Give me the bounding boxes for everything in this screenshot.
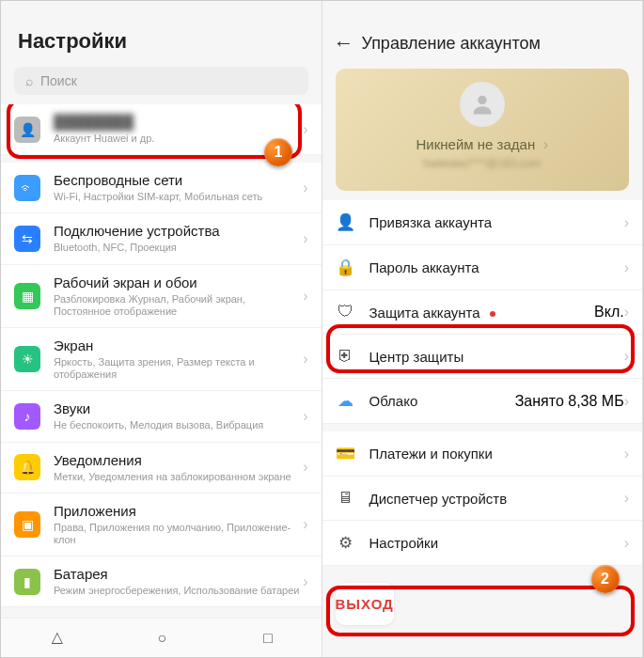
- chevron-right-icon: ›: [303, 351, 307, 368]
- row-title: Пароль аккаунта: [369, 259, 624, 275]
- row-account[interactable]: 👤 ████████ Аккаунт Huawei и др. ›: [1, 104, 322, 155]
- display-icon: ☀: [14, 346, 40, 372]
- chevron-right-icon: ›: [303, 573, 307, 590]
- chevron-right-icon: ›: [624, 490, 629, 507]
- battery-icon: ▮: [14, 569, 40, 595]
- nav-back-icon[interactable]: ▷: [46, 633, 64, 644]
- cloud-icon: ☁: [336, 391, 356, 411]
- chevron-right-icon: ›: [303, 288, 307, 305]
- row-title: Диспетчер устройств: [369, 491, 624, 507]
- account-sub: Аккаунт Huawei и др.: [54, 133, 303, 145]
- row-sounds[interactable]: ♪ Звуки Не беспокоить, Мелодия вызова, В…: [1, 391, 322, 442]
- account-email: hwtesteu****@163.com: [349, 157, 617, 170]
- row-title: Экран: [54, 337, 303, 354]
- row-sub: Метки, Уведомления на заблокированном эк…: [54, 471, 303, 483]
- search-input[interactable]: ⌕ Поиск: [14, 67, 308, 95]
- svg-point-0: [478, 96, 486, 104]
- red-dot-badge: [490, 311, 495, 317]
- row-device-connect[interactable]: ⇆ Подключение устройства Bluetooth, NFC,…: [1, 213, 322, 264]
- chevron-right-icon: ›: [303, 230, 307, 247]
- row-sub: Права, Приложения по умолчанию, Приложен…: [54, 522, 303, 546]
- android-navbar: ▷ ○ □: [1, 618, 322, 657]
- row-device-manager[interactable]: 🖥 Диспетчер устройств ›: [322, 477, 643, 521]
- row-password[interactable]: 🔒 Пароль аккаунта ›: [322, 245, 643, 290]
- row-title: Облако: [369, 393, 515, 409]
- row-title: Центр защиты: [369, 349, 624, 365]
- settings-list: 👤 ████████ Аккаунт Huawei и др. › ᯤ Бесп…: [1, 104, 322, 618]
- chevron-right-icon: ›: [624, 214, 629, 231]
- nickname: Никнейм не задан ›: [349, 136, 617, 153]
- chevron-right-icon: ›: [303, 408, 307, 425]
- row-title: Привязка аккаунта: [369, 214, 624, 230]
- row-title-text: Защита аккаунта: [369, 305, 480, 321]
- row-account-protect[interactable]: 🛡 Защита аккаунта Вкл. ›: [322, 290, 643, 335]
- page-title: Настройки: [1, 20, 322, 61]
- row-apps[interactable]: ▣ Приложения Права, Приложения по умолча…: [1, 494, 322, 556]
- account-name: ████████: [54, 114, 303, 131]
- row-security-center[interactable]: ⛨ Центр защиты ›: [322, 335, 643, 379]
- wifi-icon: ᯤ: [14, 175, 40, 201]
- row-payments[interactable]: 💳 Платежи и покупки ›: [322, 431, 643, 477]
- avatar-icon: 👤: [14, 117, 40, 143]
- row-title: Приложения: [54, 503, 303, 520]
- row-title: Батарея: [54, 566, 303, 583]
- sound-icon: ♪: [14, 403, 40, 430]
- row-sub: Bluetooth, NFC, Проекция: [54, 242, 303, 254]
- chevron-right-icon: ›: [624, 446, 629, 462]
- wallpaper-icon: ▦: [14, 283, 40, 309]
- row-value: Вкл.: [594, 304, 624, 321]
- logout-button[interactable]: ВЫХОД: [336, 583, 394, 625]
- row-title: Уведомления: [54, 452, 303, 469]
- chevron-right-icon: ›: [624, 304, 629, 321]
- avatar: [460, 82, 505, 127]
- row-title: Рабочий экран и обои: [54, 274, 303, 291]
- row-title: Настройки: [369, 535, 624, 551]
- header: ← Управление аккаунтом: [322, 20, 643, 63]
- row-settings[interactable]: ⚙ Настройки ›: [322, 521, 643, 566]
- callout-2: 2: [591, 565, 620, 593]
- row-sub: Разблокировка Журнал, Рабочий экран, Пос…: [54, 293, 303, 318]
- apps-icon: ▣: [14, 511, 40, 538]
- row-cloud[interactable]: ☁ Облако Занято 8,38 МБ ›: [322, 379, 643, 424]
- row-value: Занято 8,38 МБ: [515, 393, 624, 410]
- row-title: Платежи и покупки: [369, 446, 624, 462]
- chevron-right-icon: ›: [303, 121, 307, 138]
- account-mgmt-screen: ← Управление аккаунтом Никнейм не задан …: [322, 1, 644, 657]
- row-wireless[interactable]: ᯤ Беспроводные сети Wi-Fi, Настройки SIM…: [1, 163, 322, 213]
- profile-card[interactable]: Никнейм не задан › hwtesteu****@163.com: [336, 69, 630, 191]
- row-home-wallpaper[interactable]: ▦ Рабочий экран и обои Разблокировка Жур…: [1, 265, 322, 328]
- row-sub: Режим энергосбережения, Использование ба…: [54, 585, 303, 597]
- lock-icon: 🔒: [336, 258, 356, 277]
- nav-recents-icon[interactable]: □: [263, 630, 273, 647]
- statusbar: [1, 1, 322, 20]
- statusbar: [322, 1, 643, 20]
- chevron-right-icon: ›: [624, 535, 629, 552]
- search-placeholder: Поиск: [40, 73, 77, 88]
- settings-screen: Настройки ⌕ Поиск 👤 ████████ Аккаунт Hua…: [1, 1, 322, 657]
- bluetooth-icon: ⇆: [14, 226, 40, 252]
- chevron-right-icon: ›: [624, 393, 629, 410]
- page-title: Управление аккаунтом: [362, 34, 541, 54]
- row-battery[interactable]: ▮ Батарея Режим энергосбережения, Исполь…: [1, 556, 322, 607]
- row-title: Защита аккаунта: [369, 305, 595, 321]
- nav-home-icon[interactable]: ○: [158, 630, 167, 647]
- row-sub: Не беспокоить, Мелодия вызова, Вибрация: [54, 419, 303, 431]
- user-link-icon: 👤: [336, 212, 356, 232]
- chevron-right-icon: ›: [303, 459, 307, 476]
- row-display[interactable]: ☀ Экран Яркость, Защита зрения, Размер т…: [1, 328, 322, 391]
- chevron-right-icon: ›: [303, 180, 307, 196]
- row-title: Подключение устройства: [54, 223, 303, 240]
- row-notifications[interactable]: 🔔 Уведомления Метки, Уведомления на забл…: [1, 443, 322, 494]
- chevron-right-icon: ›: [624, 348, 629, 365]
- row-sub: Яркость, Защита зрения, Размер текста и …: [54, 356, 303, 381]
- chevron-right-icon: ›: [303, 516, 307, 533]
- devices-icon: 🖥: [336, 489, 356, 508]
- row-title: Беспроводные сети: [54, 172, 303, 189]
- gear-icon: ⚙: [336, 533, 356, 553]
- account-list: 👤 Привязка аккаунта › 🔒 Пароль аккаунта …: [322, 200, 643, 657]
- back-arrow-icon[interactable]: ←: [334, 31, 362, 55]
- row-title: Звуки: [54, 400, 303, 417]
- chevron-right-icon: ›: [543, 136, 548, 152]
- row-link-account[interactable]: 👤 Привязка аккаунта ›: [322, 200, 643, 245]
- nickname-text: Никнейм не задан: [416, 136, 536, 152]
